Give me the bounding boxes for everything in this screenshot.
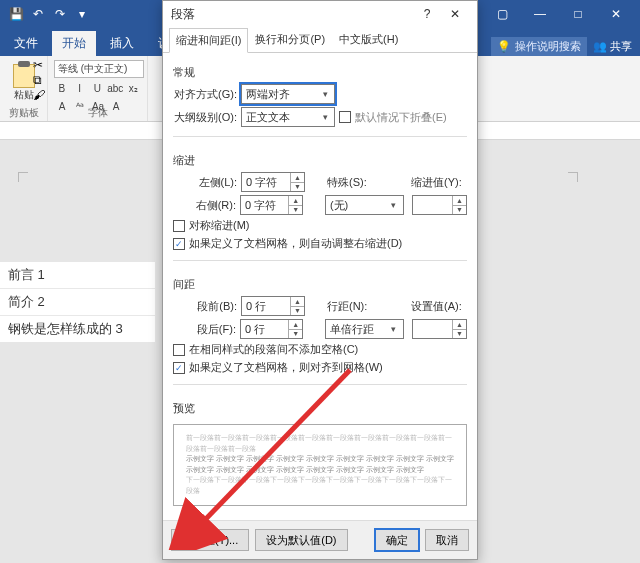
set-default-button[interactable]: 设为默认值(D) bbox=[255, 529, 347, 551]
spin-up-icon[interactable]: ▲ bbox=[452, 320, 466, 330]
dialog-tabs: 缩进和间距(I) 换行和分页(P) 中文版式(H) bbox=[163, 27, 477, 53]
line-spacing-combo[interactable]: 单倍行距▾ bbox=[325, 319, 404, 339]
chevron-down-icon: ▾ bbox=[387, 322, 401, 336]
collapse-label: 默认情况下折叠(E) bbox=[355, 110, 447, 125]
alignment-combo[interactable]: 两端对齐 ▾ bbox=[241, 84, 335, 104]
italic-button[interactable]: I bbox=[72, 80, 88, 96]
font-name-combo[interactable]: 等线 (中文正文) bbox=[54, 60, 144, 78]
undo-icon[interactable]: ↶ bbox=[28, 0, 48, 28]
group-font: 等线 (中文正文) B I U abc x₂ A ᴬᵃ Aa A 字体 bbox=[48, 56, 148, 121]
tab-file[interactable]: 文件 bbox=[4, 31, 48, 56]
group-font-label: 字体 bbox=[48, 106, 147, 120]
underline-button[interactable]: U bbox=[90, 80, 106, 96]
spin-up-icon[interactable]: ▲ bbox=[290, 173, 304, 183]
no-space-same-style-label: 在相同样式的段落间不添加空格(C) bbox=[189, 342, 358, 357]
clipboard-icon bbox=[13, 64, 35, 88]
dialog-close-icon[interactable]: ✕ bbox=[441, 7, 469, 21]
tab-insert[interactable]: 插入 bbox=[100, 31, 144, 56]
indent-by-input[interactable]: ▲▼ bbox=[412, 195, 467, 215]
dialog-button-row: 制表位(T)... 设为默认值(D) 确定 取消 bbox=[163, 520, 477, 559]
doc-line[interactable]: 简介 2 bbox=[0, 288, 155, 315]
spin-down-icon[interactable]: ▼ bbox=[452, 206, 466, 215]
bold-button[interactable]: B bbox=[54, 80, 70, 96]
save-icon[interactable]: 💾 bbox=[6, 0, 26, 28]
snap-grid-checkbox[interactable]: ✓ bbox=[173, 362, 185, 374]
alignment-label: 对齐方式(G): bbox=[173, 87, 237, 102]
section-spacing: 间距 bbox=[173, 277, 467, 292]
preview-pane: 前一段落前一段落前一段落前一段落前一段落前一段落前一段落前一段落前一段落前一段落… bbox=[173, 424, 467, 506]
close-icon[interactable]: ✕ bbox=[598, 0, 634, 28]
lightbulb-icon: 💡 bbox=[497, 40, 511, 53]
page-corner bbox=[18, 172, 36, 190]
mirror-indent-label: 对称缩进(M) bbox=[189, 218, 250, 233]
spin-down-icon[interactable]: ▼ bbox=[290, 183, 304, 192]
mirror-indent-checkbox[interactable] bbox=[173, 220, 185, 232]
indent-left-label: 左侧(L): bbox=[173, 175, 237, 190]
paste-label: 粘贴 bbox=[14, 88, 34, 102]
tab-asian-typography[interactable]: 中文版式(H) bbox=[332, 27, 405, 52]
dialog-title: 段落 bbox=[171, 6, 195, 23]
strike-button[interactable]: abc bbox=[107, 80, 123, 96]
space-after-value: 0 行 bbox=[245, 322, 265, 337]
outline-label: 大纲级别(O): bbox=[173, 110, 237, 125]
tab-home[interactable]: 开始 bbox=[52, 31, 96, 56]
indent-right-label: 右侧(R): bbox=[173, 198, 236, 213]
page-corner bbox=[560, 172, 578, 190]
redo-icon[interactable]: ↷ bbox=[50, 0, 70, 28]
special-indent-combo[interactable]: (无)▾ bbox=[325, 195, 404, 215]
section-preview: 预览 bbox=[173, 401, 467, 416]
dialog-help-icon[interactable]: ? bbox=[413, 7, 441, 21]
dialog-titlebar[interactable]: 段落 ? ✕ bbox=[163, 1, 477, 27]
minimize-icon[interactable]: — bbox=[522, 0, 558, 28]
quick-access-toolbar: 💾 ↶ ↷ ▾ bbox=[0, 0, 98, 28]
no-space-same-style-checkbox[interactable] bbox=[173, 344, 185, 356]
tell-me-label: 操作说明搜索 bbox=[515, 39, 581, 54]
maximize-icon[interactable]: □ bbox=[560, 0, 596, 28]
snap-grid-label: 如果定义了文档网格，则对齐到网格(W) bbox=[189, 360, 383, 375]
space-before-input[interactable]: 0 行▲▼ bbox=[241, 296, 305, 316]
paragraph-dialog: 段落 ? ✕ 缩进和间距(I) 换行和分页(P) 中文版式(H) 常规 对齐方式… bbox=[162, 0, 478, 560]
copy-icon[interactable]: ⧉ bbox=[33, 73, 45, 87]
alignment-value: 两端对齐 bbox=[246, 87, 290, 102]
spacing-at-input[interactable]: ▲▼ bbox=[412, 319, 467, 339]
auto-adjust-checkbox[interactable]: ✓ bbox=[173, 238, 185, 250]
ribbon-options-icon[interactable]: ▢ bbox=[484, 0, 520, 28]
indent-right-input[interactable]: 0 字符▲▼ bbox=[240, 195, 303, 215]
spin-down-icon[interactable]: ▼ bbox=[290, 307, 304, 316]
tabs-button[interactable]: 制表位(T)... bbox=[171, 529, 249, 551]
spin-down-icon[interactable]: ▼ bbox=[452, 330, 466, 339]
tab-line-page-breaks[interactable]: 换行和分页(P) bbox=[248, 27, 332, 52]
section-indent: 缩进 bbox=[173, 153, 467, 168]
qa-customize-icon[interactable]: ▾ bbox=[72, 0, 92, 28]
spin-up-icon[interactable]: ▲ bbox=[452, 196, 466, 206]
ok-button[interactable]: 确定 bbox=[375, 529, 419, 551]
doc-line[interactable]: 钢铁是怎样练成的 3 bbox=[0, 315, 155, 342]
preview-text: 示例文字 示例文字 示例文字 示例文字 示例文字 示例文字 示例文字 示例文字 … bbox=[186, 454, 454, 475]
outline-combo[interactable]: 正文文本 ▾ bbox=[241, 107, 335, 127]
indent-by-label: 缩进值(Y): bbox=[411, 175, 467, 190]
format-painter-icon[interactable]: 🖌 bbox=[33, 88, 45, 102]
indent-left-input[interactable]: 0 字符▲▼ bbox=[241, 172, 305, 192]
group-clipboard-label: 剪贴板 bbox=[0, 106, 47, 120]
spin-up-icon[interactable]: ▲ bbox=[290, 297, 304, 307]
tab-indent-spacing[interactable]: 缩进和间距(I) bbox=[169, 28, 248, 53]
cancel-button[interactable]: 取消 bbox=[425, 529, 469, 551]
space-after-input[interactable]: 0 行▲▼ bbox=[240, 319, 303, 339]
spin-down-icon[interactable]: ▼ bbox=[288, 206, 302, 215]
subscript-button[interactable]: x₂ bbox=[125, 80, 141, 96]
indent-left-value: 0 字符 bbox=[246, 175, 277, 190]
cut-icon[interactable]: ✂ bbox=[33, 58, 45, 72]
space-before-label: 段前(B): bbox=[173, 299, 237, 314]
doc-line[interactable]: 前言 1 bbox=[0, 262, 155, 288]
spin-up-icon[interactable]: ▲ bbox=[288, 196, 302, 206]
share-button[interactable]: 👥 共享 bbox=[593, 39, 632, 54]
page-visible-strip: 前言 1 简介 2 钢铁是怎样练成的 3 bbox=[0, 262, 155, 342]
spacing-at-label: 设置值(A): bbox=[411, 299, 467, 314]
collapse-checkbox bbox=[339, 111, 351, 123]
spin-down-icon[interactable]: ▼ bbox=[288, 330, 302, 339]
tell-me-search[interactable]: 💡 操作说明搜索 bbox=[491, 37, 587, 56]
chevron-down-icon: ▾ bbox=[387, 198, 401, 212]
space-before-value: 0 行 bbox=[246, 299, 266, 314]
spin-up-icon[interactable]: ▲ bbox=[288, 320, 302, 330]
space-after-label: 段后(F): bbox=[173, 322, 236, 337]
